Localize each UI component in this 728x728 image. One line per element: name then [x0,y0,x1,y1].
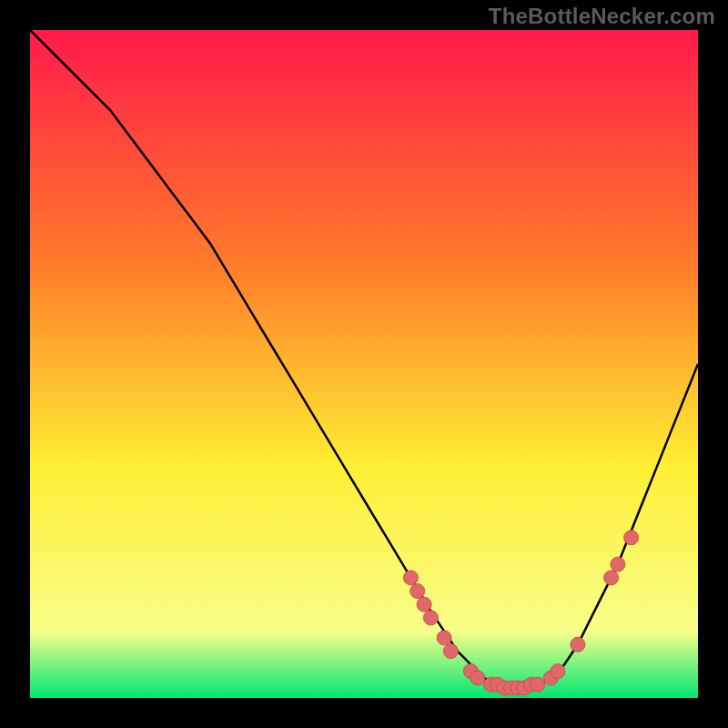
curve-marker [443,644,458,659]
curve-marker [417,597,431,612]
curve-marker [604,571,619,585]
curve-marker [470,671,485,685]
plot-area [30,30,698,698]
chart-frame: TheBottleNecker.com [0,0,728,728]
curve-marker [410,584,425,599]
curve-marker [611,557,625,571]
curve-marker [531,677,545,692]
watermark-text: TheBottleNecker.com [489,4,715,29]
curve-marker [571,637,585,652]
gradient-background [30,30,698,698]
curve-marker [423,611,438,625]
curve-marker [403,571,418,585]
bottleneck-chart [30,30,698,698]
curve-marker [551,664,565,679]
curve-marker [437,631,451,645]
curve-marker [624,531,639,545]
